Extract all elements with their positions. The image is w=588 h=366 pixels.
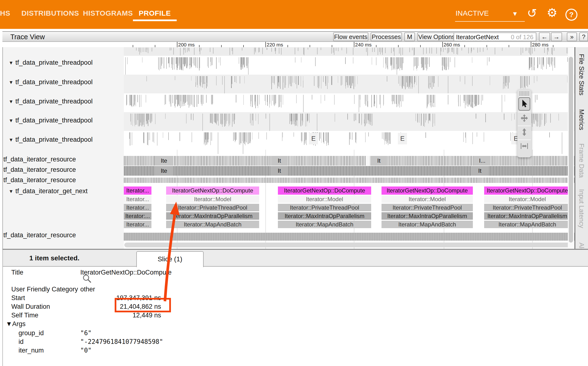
slice-max-intra-op[interactable]: Iterator::MaxIntraOpParallelism bbox=[278, 212, 371, 220]
track-label-tf_data_iterator_get_next[interactable]: tf_data_iterator_get_next bbox=[15, 187, 88, 195]
resource-slice-label[interactable]: I... bbox=[474, 156, 491, 166]
run-selector[interactable]: INACTIVE ▼ bbox=[455, 7, 525, 22]
prev-match-button[interactable]: ← bbox=[539, 32, 550, 41]
resource-slice-label[interactable]: It bbox=[471, 166, 488, 176]
refresh-icon[interactable]: ↺ bbox=[525, 6, 538, 21]
slice-model[interactable]: Iterator::Model bbox=[166, 195, 259, 203]
toolbar-button-m[interactable]: M bbox=[404, 32, 415, 41]
trace-search-input[interactable]: IteratorGetNext 0 of 126 bbox=[454, 32, 536, 41]
palette-drag-handle[interactable] bbox=[519, 91, 529, 97]
top-tab-profile[interactable]: PROFILE bbox=[139, 9, 171, 17]
trace-event-tick bbox=[476, 95, 477, 106]
slice-max-intra-op[interactable]: Iterator::MaxIntraOpParallelism bbox=[382, 212, 473, 220]
trace-event-tick bbox=[366, 95, 366, 106]
slice-map-and-batch[interactable]: Iterator::MapAndBatch bbox=[484, 221, 570, 228]
next-match-button[interactable]: → bbox=[551, 32, 562, 41]
toolbar-button-view-options[interactable]: View Options bbox=[417, 32, 456, 41]
slice-do-compute[interactable]: IteratorGetNextOp::DoCompute bbox=[166, 186, 259, 195]
trace-event-tick bbox=[505, 95, 505, 102]
trace-event-tick bbox=[211, 57, 211, 66]
resource-slice-label[interactable]: It bbox=[271, 156, 288, 166]
track-label-tf_data_private_threadpool[interactable]: tf_data_private_threadpool bbox=[15, 78, 93, 86]
slice-model[interactable]: Iterator... bbox=[124, 195, 151, 203]
resource-slice-label[interactable]: It bbox=[370, 156, 387, 166]
select-tool-button[interactable] bbox=[518, 97, 530, 111]
track-label-tf_data_iterator_resource[interactable]: tf_data_iterator_resource bbox=[3, 231, 76, 239]
slice-max-intra-op[interactable]: Iterator::MaxIntraOpParallelism bbox=[484, 212, 570, 220]
vertical-scrollbar-thumb[interactable] bbox=[569, 57, 573, 243]
side-tab-frame-data[interactable]: Frame Data bbox=[578, 143, 585, 178]
slice-model[interactable]: Iterator::Model bbox=[278, 195, 371, 203]
iterator-resource-row[interactable] bbox=[124, 156, 574, 166]
trace-event-tick bbox=[319, 76, 319, 86]
top-tab-histograms[interactable]: HISTOGRAMS bbox=[83, 9, 133, 17]
resource-slice-label[interactable]: Ite bbox=[154, 156, 173, 166]
side-tab-metrics[interactable]: Metrics bbox=[578, 109, 585, 130]
resource-slice-label[interactable]: Ite bbox=[154, 166, 173, 176]
toolbar-button-processes[interactable]: Processes bbox=[371, 32, 402, 41]
trace-event-tick bbox=[292, 114, 292, 124]
side-tab-input-latency[interactable]: Input Latency bbox=[578, 189, 585, 228]
slice-map-and-batch[interactable]: Iterator::MapAndBatch bbox=[382, 221, 473, 228]
magnifier-icon[interactable] bbox=[82, 274, 93, 284]
top-tab-hs[interactable]: HS bbox=[0, 9, 10, 17]
top-tab-distributions[interactable]: DISTRIBUTIONS bbox=[21, 9, 79, 17]
track-label-tf_data_iterator_resource[interactable]: tf_data_iterator_resource bbox=[3, 156, 76, 163]
expander-triangle-icon[interactable]: ▼ bbox=[9, 118, 14, 123]
slice-do-compute[interactable]: IteratorGetNextOp::DoCompute bbox=[484, 186, 570, 195]
track-label-tf_data_iterator_resource[interactable]: tf_data_iterator_resource bbox=[3, 166, 76, 174]
tab-slice[interactable]: Slice (1) bbox=[136, 251, 204, 267]
resource-slice-label[interactable]: It bbox=[271, 166, 288, 176]
track-label-tf_data_private_threadpool[interactable]: tf_data_private_threadpool bbox=[15, 59, 93, 66]
horizontal-scrollbar-thumb[interactable] bbox=[124, 243, 573, 247]
slice-map-and-batch[interactable]: Iterator... bbox=[124, 221, 151, 228]
chevron-down-icon: ▼ bbox=[512, 10, 518, 18]
track-label-tf_data_private_threadpool[interactable]: tf_data_private_threadpool bbox=[15, 136, 93, 143]
args-toggle[interactable]: ▼Args bbox=[6, 320, 25, 328]
trace-event-tick bbox=[369, 114, 369, 122]
expander-triangle-icon[interactable]: ▼ bbox=[9, 189, 14, 194]
toolbar-button-flow-events[interactable]: Flow events bbox=[333, 32, 368, 41]
event-marker-e[interactable]: E bbox=[398, 133, 407, 144]
slice-map-and-batch[interactable]: Iterator::MapAndBatch bbox=[166, 221, 259, 228]
pan-tool-button[interactable] bbox=[518, 112, 531, 125]
slice-private-thread-pool[interactable]: Iterator::PrivateThreadPool bbox=[166, 204, 259, 211]
slice-do-compute[interactable]: IteratorGetNextOp::DoCompute bbox=[278, 186, 371, 195]
slice-do-compute[interactable]: IteratorGetNextOp::DoCompute bbox=[382, 186, 473, 195]
track-label-tf_data_iterator_resource[interactable]: tf_data_iterator_resource bbox=[3, 176, 76, 184]
slice-map-and-batch[interactable]: Iterator::MapAndBatch bbox=[278, 221, 371, 228]
zoom-tool-button[interactable] bbox=[518, 126, 531, 139]
event-marker-e[interactable]: E bbox=[309, 133, 318, 144]
side-tab-file-size-stats[interactable]: File Size Stats bbox=[578, 54, 585, 96]
expander-triangle-icon[interactable]: ▼ bbox=[9, 60, 14, 66]
slice-private-thread-pool[interactable]: Iterator::PrivateThreadPool bbox=[382, 204, 473, 211]
trace-event-tick bbox=[277, 76, 278, 88]
help-button[interactable]: ? bbox=[579, 32, 588, 41]
slice-max-intra-op[interactable]: Iterator::MaxIntraOpParallelism bbox=[166, 212, 259, 220]
slice-max-intra-op[interactable]: Iterator:... bbox=[124, 212, 151, 220]
slice-do-compute[interactable]: Iterator... bbox=[124, 186, 151, 195]
iterator-resource-row[interactable] bbox=[124, 233, 574, 241]
expander-triangle-icon[interactable]: ▼ bbox=[9, 99, 14, 104]
slice-private-thread-pool[interactable]: Iterator::PrivateThreadPool bbox=[278, 204, 371, 211]
timing-tool-button[interactable] bbox=[518, 140, 531, 153]
expander-triangle-icon[interactable]: ▼ bbox=[9, 80, 14, 85]
timeline-canvas[interactable]: EEEIteItItI...IteItItIterator...Iterator… bbox=[124, 47, 574, 249]
slice-private-thread-pool[interactable]: Iterator::PrivateThreadPool bbox=[484, 204, 570, 211]
slice-model[interactable]: Iterator::Model bbox=[382, 195, 473, 203]
trace-event-tick bbox=[240, 132, 240, 145]
vertical-scrollbar[interactable] bbox=[568, 48, 574, 248]
overview-tick bbox=[456, 48, 457, 54]
track-label-tf_data_private_threadpool[interactable]: tf_data_private_threadpool bbox=[15, 117, 93, 124]
settings-gear-icon[interactable]: ⚙ bbox=[545, 5, 559, 20]
iterator-resource-row[interactable] bbox=[124, 166, 574, 176]
track-label-tf_data_private_threadpool[interactable]: tf_data_private_threadpool bbox=[15, 98, 93, 105]
trace-event-tick bbox=[369, 114, 370, 121]
expander-triangle-icon[interactable]: ▼ bbox=[9, 137, 14, 143]
slice-model[interactable]: Iterator::Model bbox=[484, 195, 570, 203]
slice-private-thread-pool[interactable]: Iterator... bbox=[124, 204, 151, 211]
axis-tick bbox=[332, 45, 332, 47]
iterator-resource-row[interactable] bbox=[124, 178, 574, 183]
more-button[interactable]: » bbox=[567, 32, 577, 41]
help-icon[interactable]: ? bbox=[566, 9, 577, 21]
